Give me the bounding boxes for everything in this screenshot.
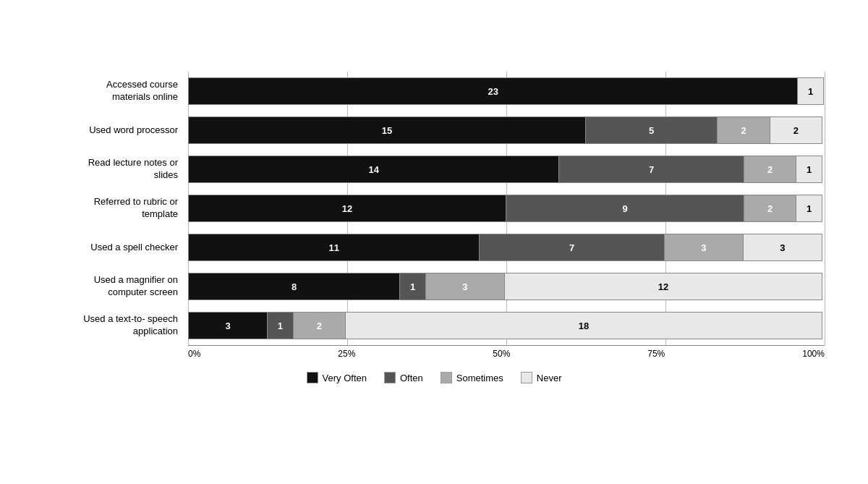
legend-item-1: Often [384, 372, 423, 383]
legend-item-0: Very Often [307, 372, 367, 383]
segment-never-0: 1 [797, 77, 824, 105]
segment-often-6: 1 [267, 312, 294, 339]
row-label-0: Accessed coursematerials online [43, 72, 188, 111]
bar-row-4: 11733 [188, 228, 825, 267]
row-label-5: Used a magnifier oncomputer screen [43, 267, 188, 306]
segment-never-1: 2 [770, 116, 822, 144]
segment-very_often-1: 15 [188, 116, 586, 144]
legend-item-3: Never [521, 372, 562, 383]
legend-item-2: Sometimes [441, 372, 503, 383]
chart-body: Accessed coursematerials onlineUsed word… [43, 72, 825, 345]
x-tick-2: 50% [493, 349, 510, 359]
bar-row-6: 31218 [188, 306, 825, 345]
legend-label-2: Sometimes [456, 373, 503, 383]
segment-often-4: 7 [479, 234, 665, 261]
legend-label-1: Often [400, 373, 423, 383]
bar-row-0: 231 [188, 72, 825, 111]
bar-row-2: 14721 [188, 150, 825, 189]
segment-sometimes-3: 2 [744, 195, 796, 222]
segment-often-3: 9 [506, 195, 744, 222]
bars: 231155221472112921117338131231218 [188, 72, 825, 345]
legend-swatch-3 [521, 372, 532, 383]
segment-very_often-0: 23 [188, 77, 798, 105]
x-tick-1: 25% [338, 349, 355, 359]
segment-sometimes-4: 3 [664, 234, 744, 261]
segment-often-1: 5 [585, 116, 718, 144]
row-label-1: Used word processor [43, 111, 188, 150]
row-label-3: Referred to rubric ortemplate [43, 189, 188, 228]
segment-very_often-2: 14 [188, 156, 559, 183]
bar-row-1: 15522 [188, 111, 825, 150]
data-area: 231155221472112921117338131231218 [188, 72, 825, 345]
legend-swatch-1 [384, 372, 396, 383]
segment-very_often-5: 8 [188, 273, 400, 300]
segment-often-2: 7 [558, 156, 744, 183]
segment-sometimes-5: 3 [425, 273, 505, 300]
x-tick-0: 0% [188, 349, 200, 359]
legend: Very OftenOftenSometimesNever [43, 372, 825, 383]
segment-very_often-4: 11 [188, 234, 480, 261]
segment-never-2: 1 [796, 156, 822, 183]
row-label-4: Used a spell checker [43, 228, 188, 267]
x-tick-3: 75% [647, 349, 665, 359]
segment-often-5: 1 [399, 273, 426, 300]
x-tick-4: 100% [802, 349, 825, 359]
segment-never-4: 3 [743, 234, 822, 261]
row-label-6: Used a text-to- speechapplication [43, 306, 188, 345]
grid-line-100 [825, 72, 825, 345]
bar-row-3: 12921 [188, 189, 825, 228]
segment-never-5: 12 [504, 273, 822, 300]
chart-container: Accessed coursematerials onlineUsed word… [36, 57, 832, 427]
segment-sometimes-6: 2 [293, 312, 346, 339]
bar-row-5: 81312 [188, 267, 825, 306]
segment-very_often-3: 12 [188, 195, 506, 222]
x-axis: 0%25%50%75%100% [188, 345, 825, 359]
legend-label-0: Very Often [323, 373, 367, 383]
y-axis-labels: Accessed coursematerials onlineUsed word… [43, 72, 188, 345]
row-label-2: Read lecture notes orslides [43, 150, 188, 189]
segment-sometimes-2: 2 [744, 156, 796, 183]
legend-swatch-0 [307, 372, 318, 383]
segment-never-3: 1 [796, 195, 822, 222]
segment-very_often-6: 3 [188, 312, 268, 339]
segment-never-6: 18 [345, 312, 822, 339]
legend-label-3: Never [537, 373, 562, 383]
legend-swatch-2 [441, 372, 452, 383]
segment-sometimes-1: 2 [717, 116, 770, 144]
